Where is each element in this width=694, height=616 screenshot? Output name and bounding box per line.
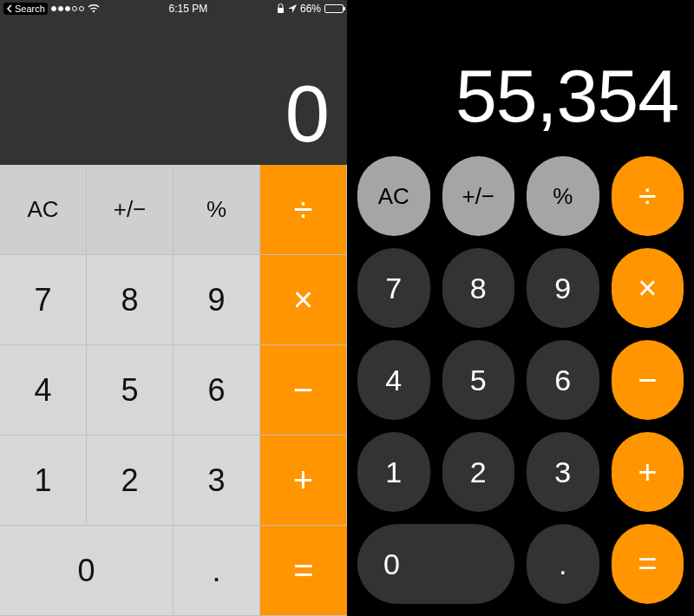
minus-button[interactable]: − — [612, 340, 684, 420]
status-right: 66% — [277, 3, 344, 15]
digit-9-button[interactable]: 9 — [174, 255, 260, 345]
status-left: Search — [3, 3, 100, 15]
digit-3-button[interactable]: 3 — [174, 436, 260, 526]
clear-button[interactable]: AC — [357, 156, 430, 236]
digit-7-button[interactable]: 7 — [0, 255, 87, 345]
digit-5-button[interactable]: 5 — [87, 345, 174, 436]
battery-percent: 66% — [300, 3, 321, 15]
calculator-ios11: 55,354 AC +/− % ÷ 7 8 9 × 4 5 6 − 1 2 3 … — [347, 0, 694, 616]
plus-button[interactable]: + — [260, 436, 347, 526]
digit-4-button[interactable]: 4 — [357, 340, 430, 420]
sign-button[interactable]: +/− — [87, 165, 174, 255]
lock-icon — [277, 3, 285, 14]
percent-button[interactable]: % — [527, 156, 599, 236]
digit-8-button[interactable]: 8 — [87, 255, 174, 345]
calculator-ios10: Search 6:15 PM 66% 0 AC +/− % ÷ 7 8 9 × — [0, 0, 347, 616]
digit-2-button[interactable]: 2 — [87, 436, 174, 526]
digit-9-button[interactable]: 9 — [527, 248, 599, 328]
digit-7-button[interactable]: 7 — [357, 248, 430, 328]
digit-0-button[interactable]: 0 — [357, 524, 514, 604]
multiply-button[interactable]: × — [612, 248, 684, 328]
chevron-left-icon — [6, 4, 13, 13]
sign-button[interactable]: +/− — [442, 156, 515, 236]
digit-0-button[interactable]: 0 — [0, 526, 174, 616]
decimal-button[interactable]: . — [174, 526, 260, 616]
digit-8-button[interactable]: 8 — [442, 248, 515, 328]
back-label: Search — [15, 3, 45, 14]
back-to-search[interactable]: Search — [3, 3, 48, 15]
clear-button[interactable]: AC — [0, 165, 87, 255]
digit-5-button[interactable]: 5 — [442, 340, 515, 420]
svg-rect-1 — [278, 8, 284, 13]
digit-6-button[interactable]: 6 — [527, 340, 599, 420]
keypad: AC +/− % ÷ 7 8 9 × 4 5 6 − 1 2 3 + 0 . = — [357, 156, 684, 604]
divide-button[interactable]: ÷ — [260, 165, 347, 255]
equals-button[interactable]: = — [260, 526, 347, 616]
svg-point-0 — [93, 10, 95, 12]
digit-4-button[interactable]: 4 — [0, 345, 87, 436]
percent-button[interactable]: % — [174, 165, 260, 255]
status-time: 6:15 PM — [169, 3, 208, 15]
location-icon — [288, 4, 297, 13]
display: 55,354 — [357, 9, 684, 156]
digit-2-button[interactable]: 2 — [442, 432, 515, 512]
digit-1-button[interactable]: 1 — [357, 432, 430, 512]
decimal-button[interactable]: . — [527, 524, 599, 604]
multiply-button[interactable]: × — [260, 255, 347, 345]
battery-icon — [324, 4, 344, 13]
digit-6-button[interactable]: 6 — [174, 345, 260, 436]
plus-button[interactable]: + — [612, 432, 684, 512]
keypad: AC +/− % ÷ 7 8 9 × 4 5 6 − 1 2 3 + 0 . = — [0, 165, 347, 616]
wifi-icon — [88, 4, 100, 13]
digit-1-button[interactable]: 1 — [0, 436, 87, 526]
cellular-signal-icon — [51, 6, 84, 11]
status-bar: Search 6:15 PM 66% — [0, 0, 347, 17]
equals-button[interactable]: = — [612, 524, 684, 604]
digit-3-button[interactable]: 3 — [527, 432, 599, 512]
display: 0 — [0, 17, 347, 165]
divide-button[interactable]: ÷ — [612, 156, 684, 236]
minus-button[interactable]: − — [260, 345, 347, 436]
